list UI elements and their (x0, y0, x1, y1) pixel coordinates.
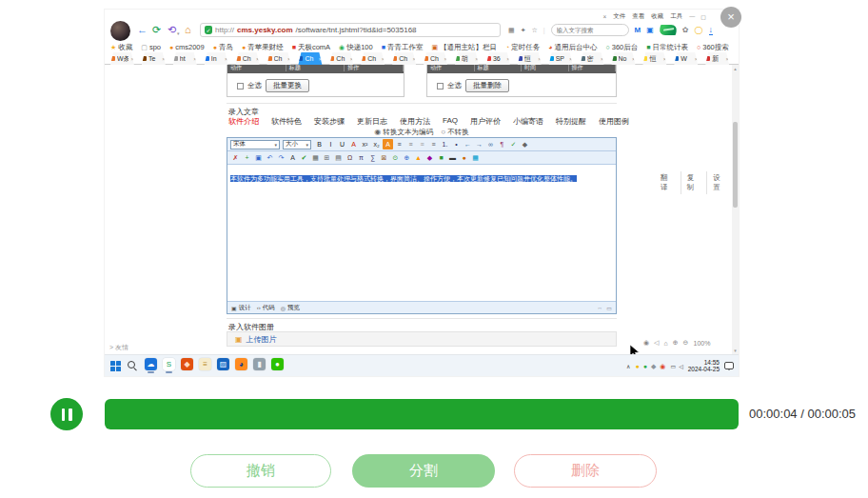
video-preview-frame[interactable]: × 文件查看收藏工具 —▢ ← ⟳ ⟲ ▾ ⌂ ✓ http://cms.yes… (105, 10, 739, 376)
bookmark-item[interactable]: ○ 360搜索 (697, 43, 729, 52)
browser-tab[interactable]: 胡 × (451, 52, 483, 65)
bookmark-item[interactable]: ◔ 定时任务 (505, 43, 540, 52)
bookmark-item[interactable]: ▣ 【通用主站】栏目 (431, 43, 497, 52)
taskbar-search-icon[interactable] (128, 361, 137, 370)
browser-tab[interactable]: 恒 × (639, 52, 670, 65)
editor-tool-icon[interactable]: ● (459, 152, 469, 163)
bookmark-item[interactable]: ★ 收藏 (110, 43, 132, 52)
side-widget-button[interactable]: 翻译 (655, 171, 681, 194)
editor-mode-tab[interactable]: ‹› 代码 (257, 304, 275, 312)
bookmark-item[interactable]: ● 青岛 (213, 43, 233, 52)
tab-close-icon[interactable]: × (695, 56, 699, 62)
editor-tool-icon[interactable]: ■ (436, 152, 446, 163)
browser-tab[interactable]: W条 × (107, 52, 138, 65)
tray-icon[interactable]: ● (643, 363, 647, 369)
article-tab[interactable]: 特别提醒 (556, 116, 586, 127)
select-all-checkbox[interactable] (237, 83, 244, 90)
radio-on-icon[interactable]: ◉ (374, 128, 381, 136)
editor-tool-icon[interactable]: ∞ (485, 139, 496, 149)
browser-tab[interactable]: SP × (545, 52, 577, 65)
browser-tab[interactable]: Ch × (388, 52, 420, 65)
editor-tool-icon[interactable]: ▣ (253, 152, 264, 163)
recorder-icon[interactable]: ⌂ (664, 340, 668, 347)
editor-mode-tab[interactable]: ▣ 设计 (231, 304, 251, 312)
zoom-out-icon[interactable]: ⊖ (683, 339, 689, 347)
bookmark-item[interactable]: ▢ spo (141, 43, 161, 51)
browser-search-input[interactable] (551, 24, 629, 36)
address-bar[interactable]: ✓ http://cms.yesky.com/software/tnt.jsht… (200, 23, 501, 37)
article-tab[interactable]: FAQ (443, 116, 458, 127)
browser-tab[interactable]: 36 × (483, 52, 514, 65)
select-all-checkbox[interactable] (437, 83, 444, 90)
split-button[interactable]: 分割 (352, 454, 495, 488)
bookmark-item[interactable]: ■ 天极comA (292, 43, 330, 52)
tab-close-icon[interactable]: × (350, 56, 354, 62)
tab-close-icon[interactable]: × (569, 56, 573, 62)
editor-tool-icon[interactable]: ⊙ (390, 152, 401, 163)
undo-button[interactable]: 撤销 (190, 454, 331, 488)
browser-tab[interactable]: Ch × (232, 52, 264, 65)
browser-tab[interactable]: Ch × (294, 52, 326, 65)
panel-icon[interactable]: ▭ (606, 305, 612, 311)
taskbar-app[interactable]: ◕ (234, 358, 248, 373)
article-tab[interactable]: 小编寄语 (513, 116, 543, 127)
scroll-down-icon[interactable]: ▾ (734, 348, 737, 353)
window-control-icon[interactable]: — (689, 13, 695, 20)
browser-tab[interactable]: ht × (169, 52, 201, 65)
network-sound-group[interactable]: ▭◁ (670, 363, 682, 369)
browser-tab[interactable]: 密 × (577, 52, 608, 65)
editor-mode-tab[interactable]: ◎ 预览 (281, 304, 300, 312)
tab-close-icon[interactable]: × (506, 56, 510, 62)
editor-tool-icon[interactable]: ◆ (520, 139, 530, 149)
editor-tool-icon[interactable]: A (383, 139, 393, 149)
tab-close-icon[interactable]: × (382, 56, 385, 62)
tab-close-icon[interactable]: × (256, 56, 260, 62)
tab-close-icon[interactable]: × (538, 56, 542, 62)
tab-close-icon[interactable]: × (601, 56, 604, 62)
tab-close-icon[interactable]: × (319, 56, 323, 62)
editor-tool-icon[interactable]: x₂ (371, 139, 382, 149)
history-caret-icon[interactable]: ▾ (177, 27, 180, 40)
extension-flower-icon[interactable]: ✿ (682, 26, 689, 34)
font-family-select[interactable]: 宋体 ▾ (230, 140, 280, 149)
article-tab[interactable]: 安装步骤 (314, 116, 345, 127)
browser-tab[interactable]: Ch × (357, 52, 388, 65)
taskbar-app[interactable]: S (162, 358, 176, 373)
browser-tab[interactable]: 新 × (701, 52, 733, 65)
article-tab[interactable]: 使用图例 (599, 116, 629, 127)
editor-tool-icon[interactable]: 1. (440, 139, 450, 149)
scrollbar-thumb[interactable] (733, 122, 738, 208)
editor-tool-icon[interactable]: ¶ (497, 139, 507, 149)
article-tab[interactable]: 软件特色 (271, 116, 302, 127)
extension-m-icon[interactable]: M (635, 26, 641, 34)
editor-tool-icon[interactable]: ≡ (417, 139, 427, 149)
editor-tool-icon[interactable]: ↷ (276, 152, 286, 163)
browser-logo-icon[interactable] (659, 25, 678, 35)
editor-tool-icon[interactable]: ∑ (367, 152, 378, 163)
grid-icon[interactable]: ▦ (508, 27, 515, 34)
batch-delete-button[interactable]: 批量删除 (465, 79, 509, 92)
taskbar-app[interactable]: ▮ (252, 358, 266, 373)
browser-tab[interactable]: No × (608, 52, 640, 65)
tray-chevron-icon[interactable]: ∧ (626, 363, 630, 369)
tab-close-icon[interactable]: × (130, 56, 134, 62)
bookmark-item[interactable]: ■ 日常统计表 (646, 43, 688, 52)
editor-tool-icon[interactable]: ⊞ (322, 152, 332, 163)
delete-button[interactable]: 删除 (514, 454, 657, 488)
window-menu-item[interactable]: 收藏 (651, 12, 663, 21)
start-button-icon[interactable] (110, 361, 121, 371)
editor-tool-icon[interactable]: ◆ (424, 152, 435, 163)
browser-tab[interactable]: W × (670, 52, 701, 65)
back-icon[interactable]: ← (137, 23, 148, 36)
editor-tool-icon[interactable]: → (474, 139, 484, 149)
tab-close-icon[interactable]: × (193, 56, 197, 62)
browser-tab[interactable]: Ch × (326, 52, 357, 65)
close-button[interactable]: × (720, 7, 741, 28)
bookmark-item[interactable]: ○ 360后台 (606, 43, 639, 52)
browser-tab[interactable]: 恒 × (514, 52, 545, 65)
notification-icon[interactable] (724, 362, 734, 369)
taskbar-app[interactable]: ▨ (216, 358, 230, 373)
editor-tool-icon[interactable]: A (348, 139, 359, 149)
recorder-icon[interactable]: ◉ (643, 339, 649, 347)
resize-icon[interactable]: ↔ (597, 305, 602, 311)
